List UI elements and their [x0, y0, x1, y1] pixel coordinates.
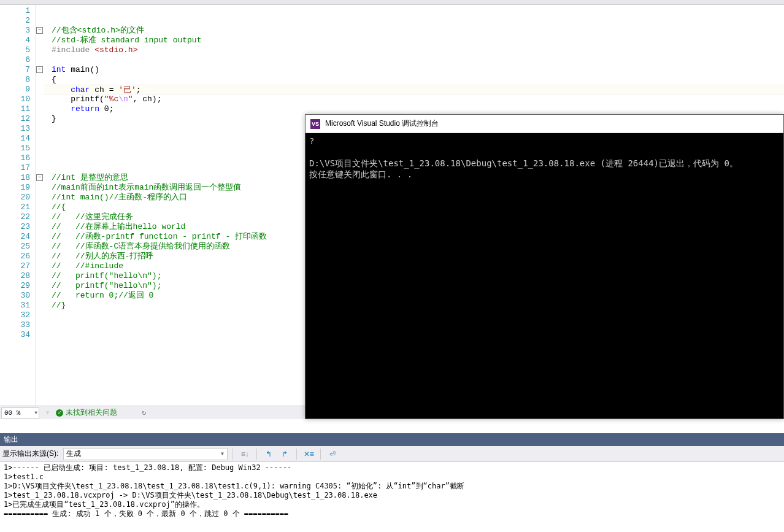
next-button[interactable]: ↱: [278, 448, 291, 460]
code-line[interactable]: [52, 16, 784, 26]
line-number: 23: [0, 222, 30, 232]
line-number: 33: [0, 320, 30, 330]
output-panel: 输出 显示输出来源(S): 生成 ▼ ≡↓ ↰ ↱ ✕≡ ⏎ 1>------ …: [0, 433, 784, 532]
line-number: 32: [0, 310, 30, 320]
fold-column: −−−: [36, 5, 44, 419]
line-number: 30: [0, 291, 30, 301]
check-icon: ✓: [56, 409, 63, 417]
code-line[interactable]: [52, 6, 784, 16]
line-number: 8: [0, 75, 30, 85]
line-number: 19: [0, 183, 30, 193]
line-number: 14: [0, 134, 30, 144]
fold-toggle[interactable]: −: [36, 174, 43, 181]
line-number: 1: [0, 6, 30, 16]
separator: [233, 449, 233, 460]
console-title-text: Microsoft Visual Studio 调试控制台: [325, 118, 439, 129]
code-line[interactable]: char ch = '已';: [44, 85, 784, 94]
word-wrap-button[interactable]: ⏎: [326, 448, 339, 460]
fold-toggle[interactable]: −: [36, 27, 43, 34]
output-text[interactable]: 1>------ 已启动生成: 项目: test_1_23.08.18, 配置:…: [0, 462, 784, 520]
output-source-dropdown[interactable]: 生成 ▼: [63, 448, 228, 460]
line-number: 34: [0, 330, 30, 340]
code-line[interactable]: printf("%c\n", ch);: [52, 94, 784, 104]
output-panel-title: 输出: [4, 434, 18, 445]
line-number: 28: [0, 271, 30, 281]
chevron-down-icon: ▼: [220, 451, 225, 457]
editor-ruler: [0, 0, 784, 5]
code-line[interactable]: [52, 55, 784, 65]
line-number: 18: [0, 173, 30, 183]
line-number: 20: [0, 193, 30, 202]
code-line[interactable]: {: [52, 75, 784, 85]
divider: ▾: [45, 408, 50, 417]
line-number: 31: [0, 301, 30, 310]
debug-console-window[interactable]: VS Microsoft Visual Studio 调试控制台 ? D:\VS…: [305, 114, 784, 419]
line-number: 13: [0, 124, 30, 134]
line-number: 9: [0, 85, 30, 94]
line-number: 4: [0, 36, 30, 45]
line-number: 5: [0, 45, 30, 55]
console-titlebar[interactable]: VS Microsoft Visual Studio 调试控制台: [306, 115, 783, 133]
code-line[interactable]: return 0;: [52, 104, 784, 114]
code-line[interactable]: //std-标准 standard input output: [52, 36, 784, 45]
zoom-dropdown[interactable]: 00 % ▼: [1, 407, 39, 418]
clear-all-button[interactable]: ✕≡: [302, 448, 315, 460]
chevron-down-icon: ▼: [34, 410, 37, 415]
line-number: 15: [0, 144, 30, 153]
vs-icon: VS: [310, 119, 320, 129]
find-message-button[interactable]: ≡↓: [238, 448, 252, 460]
separator: [320, 449, 321, 460]
problems-text: 未找到相关问题: [66, 407, 117, 418]
line-number: 3: [0, 26, 30, 36]
zoom-value: 00 %: [4, 409, 20, 417]
line-number: 27: [0, 261, 30, 271]
line-number: 10: [0, 94, 30, 104]
line-number: 25: [0, 242, 30, 252]
line-number: 17: [0, 163, 30, 173]
output-source-value: 生成: [66, 449, 81, 459]
output-toolbar: 显示输出来源(S): 生成 ▼ ≡↓ ↰ ↱ ✕≡ ⏎: [0, 446, 784, 462]
prev-button[interactable]: ↰: [262, 448, 275, 460]
line-number: 26: [0, 252, 30, 261]
line-number: 12: [0, 114, 30, 124]
line-number: 22: [0, 212, 30, 222]
console-output: ? D:\VS项目文件夹\test_1_23.08.18\Debug\test_…: [306, 133, 783, 182]
separator: [256, 449, 257, 460]
output-panel-header[interactable]: 输出: [0, 433, 784, 446]
output-source-label: 显示输出来源(S):: [2, 449, 58, 459]
code-line[interactable]: #include <stdio.h>: [52, 45, 784, 55]
fold-toggle[interactable]: −: [36, 66, 43, 73]
code-line[interactable]: //包含<stdio.h>的文件: [52, 26, 784, 36]
line-number: 11: [0, 104, 30, 114]
line-number: 21: [0, 202, 30, 212]
code-line[interactable]: int main(): [52, 65, 784, 75]
line-number: 7: [0, 65, 30, 75]
refresh-icon[interactable]: ↻: [142, 408, 146, 417]
line-number: 2: [0, 16, 30, 26]
line-number: 16: [0, 153, 30, 163]
problems-status[interactable]: ✓ 未找到相关问题: [56, 407, 117, 418]
line-number: 24: [0, 232, 30, 242]
line-number: 6: [0, 55, 30, 65]
separator: [296, 449, 297, 460]
line-number: 29: [0, 281, 30, 291]
line-number-gutter: 1234567891011121314151617181920212223242…: [0, 5, 36, 419]
